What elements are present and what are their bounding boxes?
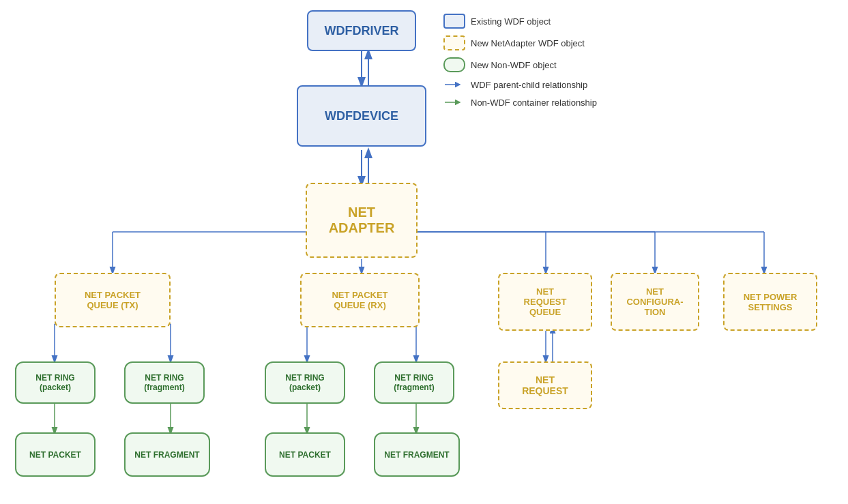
legend-parentchild-label: WDF parent-child relationship <box>471 80 587 90</box>
netring-packet-rx-node: NET RING (packet) <box>265 361 345 404</box>
netring-fragment-tx-node: NET RING (fragment) <box>124 361 205 404</box>
wdfdevice-node: WDFDEVICE <box>297 85 426 147</box>
legend: Existing WDF object New NetAdapter WDF o… <box>443 14 597 115</box>
netrequestqueue-node: NET REQUEST QUEUE <box>498 273 592 331</box>
legend-item-nonwdf: New Non-WDF object <box>443 57 597 72</box>
legend-net-label: New NetAdapter WDF object <box>471 38 585 48</box>
legend-container-icon <box>443 97 465 108</box>
netring-fragment-rx-node: NET RING (fragment) <box>374 361 454 404</box>
legend-net-icon <box>443 35 465 50</box>
netfragment-tx-node: NET FRAGMENT <box>124 432 210 477</box>
legend-item-container: Non-WDF container relationship <box>443 97 597 108</box>
arrows-svg <box>0 0 848 504</box>
legend-container-label: Non-WDF container relationship <box>471 98 597 108</box>
netpowersettings-node: NET POWER SETTINGS <box>723 273 817 331</box>
legend-parentchild-icon <box>443 79 465 90</box>
netconfiguration-node: NET CONFIGURA- TION <box>611 273 699 331</box>
netfragment-rx-node: NET FRAGMENT <box>374 432 460 477</box>
netring-packet-tx-node: NET RING (packet) <box>15 361 96 404</box>
legend-nonwdf-label: New Non-WDF object <box>471 60 557 70</box>
wdfdriver-node: WDFDRIVER <box>307 10 416 51</box>
netrequest-node: NET REQUEST <box>498 361 592 409</box>
netpacket-tx-node: NET PACKET <box>15 432 96 477</box>
netpacketqueue-tx-node: NET PACKET QUEUE (TX) <box>55 273 171 327</box>
netpacket-rx-node: NET PACKET <box>265 432 345 477</box>
legend-item-parent-child: WDF parent-child relationship <box>443 79 597 90</box>
netpacketqueue-rx-node: NET PACKET QUEUE (RX) <box>300 273 420 327</box>
netadapter-node: NET ADAPTER <box>306 183 418 258</box>
diagram-container: WDFDRIVER WDFDEVICE NET ADAPTER NET PACK… <box>0 0 848 504</box>
legend-wdf-icon <box>443 14 465 29</box>
legend-item-wdf: Existing WDF object <box>443 14 597 29</box>
legend-nonwdf-icon <box>443 57 465 72</box>
legend-wdf-label: Existing WDF object <box>471 16 551 27</box>
legend-item-net: New NetAdapter WDF object <box>443 35 597 50</box>
